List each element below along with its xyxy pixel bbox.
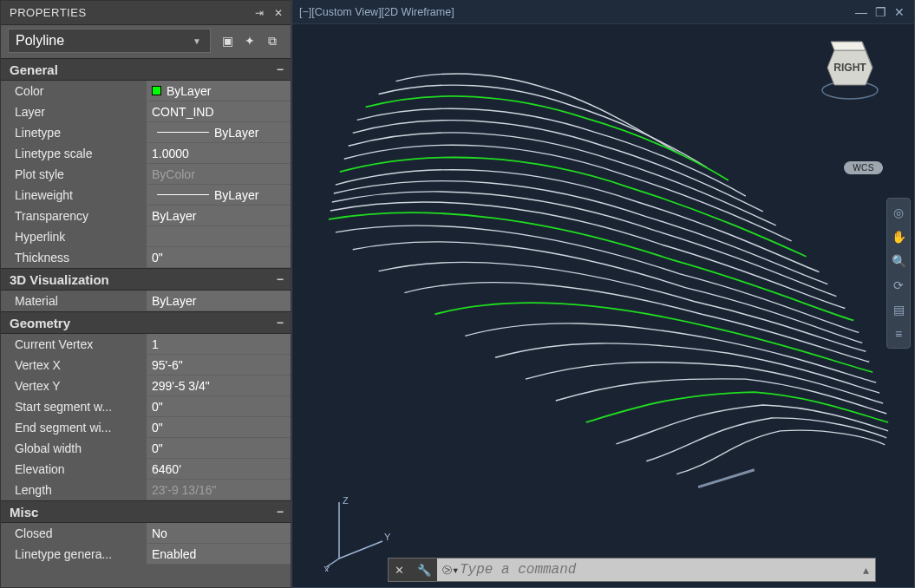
viewport-titlebar: [−][Custom View][2D Wireframe] — ❐ ✕	[292, 0, 914, 24]
command-line-controls: ✕ 🔧	[389, 559, 437, 581]
contour-drawing	[292, 24, 914, 587]
cmd-close-icon[interactable]: ✕	[395, 564, 404, 577]
prop-vertex-y[interactable]: Vertex Y 299'-5 3/4"	[1, 376, 291, 396]
properties-panel: PROPERTIES ⇥ ✕ Polyline ▼ ▣ ✦ ⧉ General …	[0, 0, 291, 588]
close-window-icon[interactable]: ✕	[892, 5, 907, 19]
viewport-label[interactable]: [−][Custom View][2D Wireframe]	[299, 6, 850, 18]
toggle-pickadd-icon[interactable]: ▣	[219, 33, 235, 49]
prop-global-width[interactable]: Global width 0"	[1, 438, 291, 459]
prop-material[interactable]: Material ByLayer	[1, 291, 291, 311]
prop-closed[interactable]: Closed No	[1, 523, 291, 544]
properties-header: PROPERTIES ⇥ ✕	[1, 1, 291, 25]
viewport[interactable]: [−][Custom View][2D Wireframe] — ❐ ✕	[291, 0, 915, 588]
cmd-history-icon[interactable]: ▴	[856, 563, 875, 577]
zoom-icon[interactable]: 🔍	[890, 252, 907, 270]
minimize-icon[interactable]: —	[853, 5, 869, 19]
prop-length[interactable]: Length 23'-9 13/16"	[1, 480, 291, 500]
prop-color[interactable]: Color ByLayer	[1, 81, 291, 101]
prop-transparency[interactable]: Transparency ByLayer	[1, 206, 291, 226]
prop-linetype-generation[interactable]: Linetype genera... Enabled	[1, 544, 291, 565]
command-line: ✕ 🔧 ⧁▾ ▴	[388, 558, 876, 582]
collapse-icon: −	[271, 272, 284, 286]
section-misc[interactable]: Misc −	[1, 500, 291, 523]
svg-text:RIGHT: RIGHT	[833, 62, 866, 74]
navigation-bar: ◎ ✋ 🔍 ⟳ ▤ ≡	[886, 198, 911, 349]
pin-icon[interactable]: ⇥	[252, 6, 266, 20]
wheel-icon[interactable]: ◎	[890, 204, 907, 221]
command-input[interactable]	[454, 562, 856, 578]
selection-row: Polyline ▼ ▣ ✦ ⧉	[1, 25, 291, 58]
prop-vertex-x[interactable]: Vertex X 95'-6"	[1, 355, 291, 376]
section-geometry[interactable]: Geometry −	[1, 311, 291, 334]
drawing-canvas[interactable]	[292, 24, 914, 587]
svg-marker-2	[831, 42, 866, 50]
orbit-icon[interactable]: ⟳	[890, 277, 907, 294]
select-objects-icon[interactable]: ✦	[242, 33, 258, 49]
prop-hyperlink[interactable]: Hyperlink	[1, 226, 291, 247]
prop-lineweight[interactable]: Lineweight ByLayer	[1, 185, 291, 206]
wcs-badge[interactable]: WCS	[844, 161, 883, 174]
prop-linetype[interactable]: Linetype ByLayer	[1, 122, 291, 143]
quick-select-icon[interactable]: ⧉	[265, 33, 280, 49]
properties-title: PROPERTIES	[10, 6, 247, 19]
cmd-prompt-icon[interactable]: ⧁▾	[437, 563, 454, 578]
close-icon[interactable]: ✕	[271, 6, 285, 20]
prop-end-seg-width[interactable]: End segment wi... 0"	[1, 417, 291, 438]
section-3d-visualization[interactable]: 3D Visualization −	[1, 268, 291, 291]
pan-icon[interactable]: ✋	[890, 228, 907, 245]
section-general[interactable]: General −	[1, 58, 291, 81]
collapse-icon: −	[271, 316, 284, 330]
color-swatch-icon	[152, 86, 161, 95]
prop-current-vertex[interactable]: Current Vertex 1	[1, 334, 291, 355]
viewcube[interactable]: RIGHT	[815, 36, 885, 106]
prop-layer[interactable]: Layer CONT_IND	[1, 101, 291, 122]
collapse-icon: −	[271, 505, 284, 519]
chevron-down-icon: ▼	[191, 36, 203, 46]
prop-linetype-scale[interactable]: Linetype scale 1.0000	[1, 143, 291, 164]
navbar-more-icon[interactable]: ≡	[890, 325, 907, 343]
showmotion-icon[interactable]: ▤	[890, 301, 907, 318]
object-type-value: Polyline	[16, 33, 191, 49]
object-type-combo[interactable]: Polyline ▼	[8, 29, 211, 53]
general-rows: Color ByLayer Layer CONT_IND Linetype By…	[1, 81, 291, 268]
prop-thickness[interactable]: Thickness 0"	[1, 247, 291, 268]
prop-start-seg-width[interactable]: Start segment w... 0"	[1, 396, 291, 417]
maximize-icon[interactable]: ❐	[873, 5, 888, 19]
linetype-preview-icon	[157, 132, 209, 133]
collapse-icon: −	[271, 62, 284, 76]
cmd-customize-icon[interactable]: 🔧	[417, 564, 431, 577]
lineweight-preview-icon	[157, 194, 209, 195]
prop-plot-style[interactable]: Plot style ByColor	[1, 164, 291, 185]
prop-elevation[interactable]: Elevation 6460'	[1, 459, 291, 480]
selection-tools: ▣ ✦ ⧉	[211, 33, 285, 49]
